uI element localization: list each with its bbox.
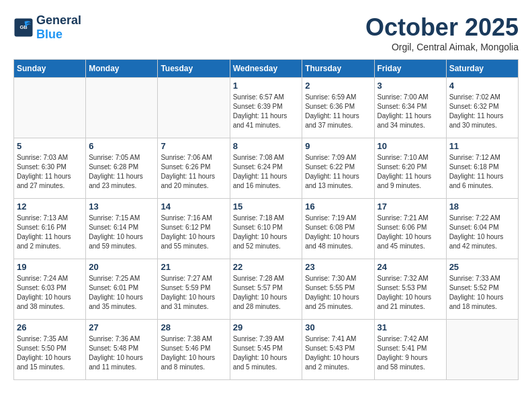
calendar-cell: 29Sunrise: 7:39 AM Sunset: 5:45 PM Dayli… bbox=[230, 320, 302, 380]
day-number: 30 bbox=[305, 322, 371, 332]
day-detail: Sunrise: 7:38 AM Sunset: 5:46 PM Dayligh… bbox=[161, 334, 226, 372]
day-detail: Sunrise: 7:06 AM Sunset: 6:26 PM Dayligh… bbox=[161, 153, 226, 191]
calendar-cell: 12Sunrise: 7:13 AM Sunset: 6:16 PM Dayli… bbox=[14, 199, 86, 259]
calendar-cell bbox=[446, 320, 518, 380]
day-detail: Sunrise: 7:24 AM Sunset: 6:03 PM Dayligh… bbox=[17, 274, 83, 312]
calendar-cell: 13Sunrise: 7:15 AM Sunset: 6:14 PM Dayli… bbox=[86, 199, 158, 259]
day-number: 20 bbox=[89, 262, 154, 272]
day-number: 2 bbox=[305, 81, 371, 91]
logo: GB GeneralBlue bbox=[13, 13, 81, 42]
day-detail: Sunrise: 7:32 AM Sunset: 5:53 PM Dayligh… bbox=[378, 274, 443, 312]
week-row-2: 5Sunrise: 7:03 AM Sunset: 6:30 PM Daylig… bbox=[14, 138, 519, 199]
calendar-cell bbox=[158, 78, 230, 138]
day-number: 18 bbox=[449, 201, 515, 212]
calendar-cell: 30Sunrise: 7:41 AM Sunset: 5:43 PM Dayli… bbox=[302, 320, 374, 380]
day-number: 27 bbox=[89, 322, 154, 332]
calendar-cell: 6Sunrise: 7:05 AM Sunset: 6:28 PM Daylig… bbox=[86, 138, 158, 199]
day-detail: Sunrise: 7:15 AM Sunset: 6:14 PM Dayligh… bbox=[89, 214, 154, 251]
day-detail: Sunrise: 7:08 AM Sunset: 6:24 PM Dayligh… bbox=[233, 153, 300, 191]
day-detail: Sunrise: 7:18 AM Sunset: 6:10 PM Dayligh… bbox=[233, 214, 300, 251]
page: GB GeneralBlue October 2025 Orgil, Centr… bbox=[0, 0, 532, 387]
calendar-cell: 28Sunrise: 7:38 AM Sunset: 5:46 PM Dayli… bbox=[158, 320, 230, 380]
calendar-cell: 18Sunrise: 7:22 AM Sunset: 6:04 PM Dayli… bbox=[446, 199, 518, 259]
day-detail: Sunrise: 7:30 AM Sunset: 5:55 PM Dayligh… bbox=[305, 274, 371, 312]
location: Orgil, Central Aimak, Mongolia bbox=[365, 42, 519, 52]
day-detail: Sunrise: 7:25 AM Sunset: 6:01 PM Dayligh… bbox=[89, 274, 154, 312]
calendar-cell: 23Sunrise: 7:30 AM Sunset: 5:55 PM Dayli… bbox=[302, 259, 374, 320]
day-number: 9 bbox=[305, 141, 371, 151]
day-number: 11 bbox=[449, 141, 515, 151]
day-detail: Sunrise: 7:33 AM Sunset: 5:52 PM Dayligh… bbox=[449, 274, 515, 312]
day-number: 3 bbox=[378, 81, 443, 91]
calendar-cell: 20Sunrise: 7:25 AM Sunset: 6:01 PM Dayli… bbox=[86, 259, 158, 320]
calendar-header-row: Sunday Monday Tuesday Wednesday Thursday… bbox=[14, 60, 519, 78]
header-monday: Monday bbox=[86, 60, 158, 78]
day-number: 19 bbox=[17, 262, 83, 272]
day-detail: Sunrise: 7:13 AM Sunset: 6:16 PM Dayligh… bbox=[17, 214, 83, 251]
calendar-cell: 15Sunrise: 7:18 AM Sunset: 6:10 PM Dayli… bbox=[230, 199, 302, 259]
week-row-5: 26Sunrise: 7:35 AM Sunset: 5:50 PM Dayli… bbox=[14, 320, 519, 380]
calendar-cell: 5Sunrise: 7:03 AM Sunset: 6:30 PM Daylig… bbox=[14, 138, 86, 199]
calendar-cell: 4Sunrise: 7:02 AM Sunset: 6:32 PM Daylig… bbox=[446, 78, 518, 138]
header-wednesday: Wednesday bbox=[230, 60, 302, 78]
day-number: 24 bbox=[378, 262, 443, 272]
day-detail: Sunrise: 7:27 AM Sunset: 5:59 PM Dayligh… bbox=[161, 274, 226, 312]
day-detail: Sunrise: 7:10 AM Sunset: 6:20 PM Dayligh… bbox=[378, 153, 443, 191]
calendar-cell: 8Sunrise: 7:08 AM Sunset: 6:24 PM Daylig… bbox=[230, 138, 302, 199]
day-number: 17 bbox=[378, 201, 443, 212]
day-number: 23 bbox=[305, 262, 371, 272]
calendar-cell: 25Sunrise: 7:33 AM Sunset: 5:52 PM Dayli… bbox=[446, 259, 518, 320]
calendar-table: Sunday Monday Tuesday Wednesday Thursday… bbox=[13, 59, 519, 380]
day-number: 4 bbox=[449, 81, 515, 91]
day-number: 31 bbox=[378, 322, 443, 332]
calendar-cell bbox=[86, 78, 158, 138]
calendar-cell: 9Sunrise: 7:09 AM Sunset: 6:22 PM Daylig… bbox=[302, 138, 374, 199]
calendar-cell: 1Sunrise: 6:57 AM Sunset: 6:39 PM Daylig… bbox=[230, 78, 302, 138]
header: GB GeneralBlue October 2025 Orgil, Centr… bbox=[13, 13, 519, 52]
day-detail: Sunrise: 7:03 AM Sunset: 6:30 PM Dayligh… bbox=[17, 153, 83, 191]
day-number: 25 bbox=[449, 262, 515, 272]
day-detail: Sunrise: 6:57 AM Sunset: 6:39 PM Dayligh… bbox=[233, 93, 300, 130]
header-saturday: Saturday bbox=[446, 60, 518, 78]
month-title: October 2025 bbox=[365, 13, 519, 42]
day-detail: Sunrise: 7:05 AM Sunset: 6:28 PM Dayligh… bbox=[89, 153, 154, 191]
day-detail: Sunrise: 6:59 AM Sunset: 6:36 PM Dayligh… bbox=[305, 93, 371, 130]
calendar-cell: 27Sunrise: 7:36 AM Sunset: 5:48 PM Dayli… bbox=[86, 320, 158, 380]
calendar-cell: 14Sunrise: 7:16 AM Sunset: 6:12 PM Dayli… bbox=[158, 199, 230, 259]
day-number: 14 bbox=[161, 201, 226, 212]
calendar-cell: 11Sunrise: 7:12 AM Sunset: 6:18 PM Dayli… bbox=[446, 138, 518, 199]
header-friday: Friday bbox=[374, 60, 446, 78]
calendar-cell: 17Sunrise: 7:21 AM Sunset: 6:06 PM Dayli… bbox=[374, 199, 446, 259]
day-number: 7 bbox=[161, 141, 226, 151]
day-detail: Sunrise: 7:28 AM Sunset: 5:57 PM Dayligh… bbox=[233, 274, 300, 312]
day-detail: Sunrise: 7:12 AM Sunset: 6:18 PM Dayligh… bbox=[449, 153, 515, 191]
calendar-cell: 22Sunrise: 7:28 AM Sunset: 5:57 PM Dayli… bbox=[230, 259, 302, 320]
calendar-cell: 16Sunrise: 7:19 AM Sunset: 6:08 PM Dayli… bbox=[302, 199, 374, 259]
logo-text: GeneralBlue bbox=[36, 13, 81, 42]
header-tuesday: Tuesday bbox=[158, 60, 230, 78]
day-number: 15 bbox=[233, 201, 300, 212]
day-number: 12 bbox=[17, 201, 83, 212]
calendar-cell: 19Sunrise: 7:24 AM Sunset: 6:03 PM Dayli… bbox=[14, 259, 86, 320]
calendar-cell: 21Sunrise: 7:27 AM Sunset: 5:59 PM Dayli… bbox=[158, 259, 230, 320]
header-thursday: Thursday bbox=[302, 60, 374, 78]
week-row-4: 19Sunrise: 7:24 AM Sunset: 6:03 PM Dayli… bbox=[14, 259, 519, 320]
day-number: 26 bbox=[17, 322, 83, 332]
day-number: 8 bbox=[233, 141, 300, 151]
day-number: 6 bbox=[89, 141, 154, 151]
day-number: 21 bbox=[161, 262, 226, 272]
day-detail: Sunrise: 7:39 AM Sunset: 5:45 PM Dayligh… bbox=[233, 334, 300, 372]
day-detail: Sunrise: 7:42 AM Sunset: 5:41 PM Dayligh… bbox=[378, 334, 443, 372]
day-detail: Sunrise: 7:02 AM Sunset: 6:32 PM Dayligh… bbox=[449, 93, 515, 130]
calendar-cell bbox=[14, 78, 86, 138]
day-detail: Sunrise: 7:36 AM Sunset: 5:48 PM Dayligh… bbox=[89, 334, 154, 372]
logo-icon: GB bbox=[13, 17, 34, 38]
calendar-cell: 3Sunrise: 7:00 AM Sunset: 6:34 PM Daylig… bbox=[374, 78, 446, 138]
day-detail: Sunrise: 7:16 AM Sunset: 6:12 PM Dayligh… bbox=[161, 214, 226, 251]
calendar-cell: 2Sunrise: 6:59 AM Sunset: 6:36 PM Daylig… bbox=[302, 78, 374, 138]
day-number: 16 bbox=[305, 201, 371, 212]
day-detail: Sunrise: 7:09 AM Sunset: 6:22 PM Dayligh… bbox=[305, 153, 371, 191]
header-sunday: Sunday bbox=[14, 60, 86, 78]
day-detail: Sunrise: 7:00 AM Sunset: 6:34 PM Dayligh… bbox=[378, 93, 443, 130]
day-number: 29 bbox=[233, 322, 300, 332]
